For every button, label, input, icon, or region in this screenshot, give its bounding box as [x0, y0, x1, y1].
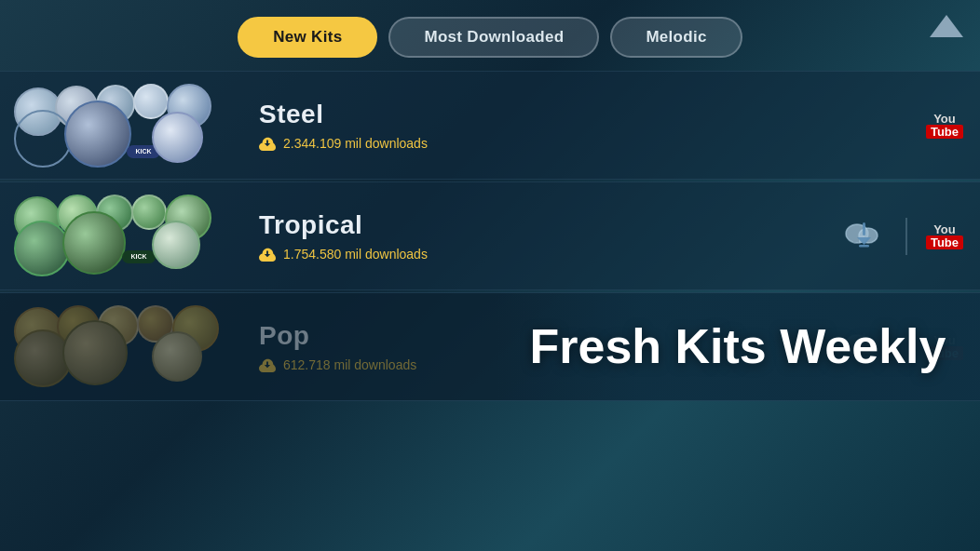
divider [905, 218, 907, 255]
download-icon [259, 246, 276, 262]
youtube-button-tropical[interactable]: You Tube [926, 223, 963, 249]
kit-item-steel[interactable]: KICK KICK Steel 2.344.109 mil downloads … [0, 71, 980, 180]
kit-actions-steel: You Tube [926, 113, 963, 139]
kit-info-pop: Pop 612.718 mil downloads [259, 321, 837, 373]
tab-most-downloaded[interactable]: Most Downloaded [388, 17, 599, 58]
kit-info-steel: Steel 2.344.109 mil downloads [259, 100, 926, 152]
yt-tube-label: Tube [926, 125, 963, 139]
youtube-button-steel[interactable]: You Tube [926, 113, 963, 139]
divider [905, 329, 907, 366]
kit-info-tropical: Tropical 1.754.580 mil downloads [259, 210, 837, 262]
kit-actions-pop: You Tube [837, 322, 963, 372]
kit-name-pop: Pop [259, 321, 837, 351]
kit-downloads-pop: 612.718 mil downloads [259, 356, 837, 373]
kit-item-pop[interactable]: Pop 612.718 mil downloads [0, 292, 980, 401]
cloud-download-button-pop[interactable] [837, 322, 887, 372]
svg-rect-3 [863, 222, 865, 235]
kit-name-steel: Steel [259, 100, 926, 129]
drum-image-tropical: KICK KICK [9, 192, 233, 280]
drum-image-pop [9, 302, 233, 391]
yt-tube-label: Tube [926, 346, 963, 360]
yt-you-label: You [933, 113, 956, 125]
yt-you-label: You [933, 223, 956, 235]
kick-label: KICK [122, 250, 156, 263]
svg-rect-11 [859, 356, 869, 358]
kit-downloads-steel: 2.344.109 mil downloads [259, 135, 926, 152]
download-icon [259, 356, 276, 373]
cloud-download-icon [838, 213, 885, 260]
cloud-download-icon [838, 324, 885, 370]
up-arrow-button[interactable] [926, 7, 967, 45]
kit-item-tropical[interactable]: KICK KICK Tropical 1.754.580 mil downloa… [0, 181, 980, 290]
yt-you-label: You [933, 334, 956, 346]
tab-melodic[interactable]: Melodic [610, 17, 742, 58]
svg-rect-9 [863, 333, 865, 346]
svg-rect-5 [859, 245, 869, 248]
kit-list: KICK KICK Steel 2.344.109 mil downloads … [0, 71, 980, 401]
up-arrow-icon [930, 15, 963, 37]
download-icon [259, 135, 276, 152]
kit-actions-tropical: You Tube [837, 211, 963, 262]
drum-image-steel: KICK KICK [9, 81, 233, 169]
yt-tube-label: Tube [926, 235, 963, 249]
youtube-button-pop[interactable]: You Tube [926, 334, 963, 360]
kit-downloads-tropical: 1.754.580 mil downloads [259, 246, 837, 262]
kit-name-tropical: Tropical [259, 210, 837, 240]
tab-bar: New Kits Most Downloaded Melodic [0, 0, 980, 71]
cloud-download-button-tropical[interactable] [837, 211, 887, 262]
tab-new-kits[interactable]: New Kits [238, 17, 377, 58]
